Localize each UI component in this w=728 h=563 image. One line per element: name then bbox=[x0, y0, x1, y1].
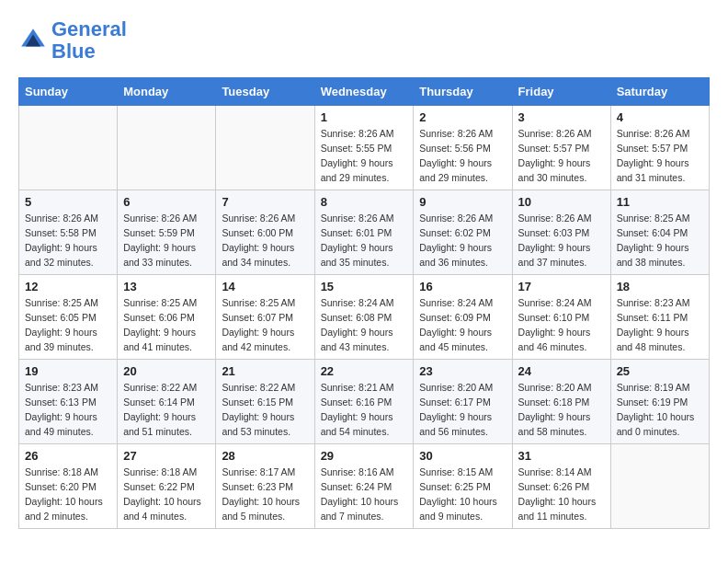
day-info: Sunrise: 8:25 AM Sunset: 6:07 PM Dayligh… bbox=[222, 296, 308, 354]
calendar-day-empty bbox=[610, 444, 709, 529]
day-number: 14 bbox=[222, 280, 308, 293]
day-info: Sunrise: 8:23 AM Sunset: 6:11 PM Dayligh… bbox=[617, 296, 703, 354]
calendar-day-22: 22Sunrise: 8:21 AM Sunset: 6:16 PM Dayli… bbox=[314, 360, 414, 444]
page-header: General Blue bbox=[18, 18, 710, 63]
logo-blue: Blue bbox=[51, 40, 96, 63]
day-info: Sunrise: 8:25 AM Sunset: 6:06 PM Dayligh… bbox=[123, 296, 210, 354]
weekday-header-saturday: Saturday bbox=[610, 78, 709, 106]
calendar-day-empty bbox=[118, 106, 216, 190]
calendar-day-15: 15Sunrise: 8:24 AM Sunset: 6:08 PM Dayli… bbox=[314, 275, 414, 360]
calendar-day-26: 26Sunrise: 8:18 AM Sunset: 6:20 PM Dayli… bbox=[19, 444, 118, 529]
calendar-day-5: 5Sunrise: 8:26 AM Sunset: 5:58 PM Daylig… bbox=[19, 190, 118, 275]
day-number: 17 bbox=[518, 280, 605, 293]
day-number: 21 bbox=[222, 364, 308, 378]
day-info: Sunrise: 8:16 AM Sunset: 6:24 PM Dayligh… bbox=[321, 465, 408, 523]
logo-text: General Blue bbox=[51, 18, 127, 63]
day-info: Sunrise: 8:26 AM Sunset: 6:01 PM Dayligh… bbox=[321, 212, 408, 270]
day-info: Sunrise: 8:20 AM Sunset: 6:18 PM Dayligh… bbox=[518, 381, 605, 439]
calendar-day-13: 13Sunrise: 8:25 AM Sunset: 6:06 PM Dayli… bbox=[118, 275, 216, 360]
day-info: Sunrise: 8:24 AM Sunset: 6:09 PM Dayligh… bbox=[419, 296, 506, 354]
day-info: Sunrise: 8:20 AM Sunset: 6:17 PM Dayligh… bbox=[419, 381, 506, 439]
calendar-day-2: 2Sunrise: 8:26 AM Sunset: 5:56 PM Daylig… bbox=[414, 106, 512, 190]
calendar-day-empty bbox=[216, 106, 314, 190]
calendar-day-9: 9Sunrise: 8:26 AM Sunset: 6:02 PM Daylig… bbox=[414, 190, 512, 275]
weekday-header-tuesday: Tuesday bbox=[216, 78, 314, 106]
calendar-day-10: 10Sunrise: 8:26 AM Sunset: 6:03 PM Dayli… bbox=[512, 190, 610, 275]
day-number: 30 bbox=[419, 449, 506, 463]
day-number: 22 bbox=[321, 364, 408, 378]
weekday-header-friday: Friday bbox=[512, 78, 610, 106]
day-number: 20 bbox=[123, 364, 210, 378]
day-info: Sunrise: 8:18 AM Sunset: 6:20 PM Dayligh… bbox=[25, 465, 111, 523]
day-number: 25 bbox=[617, 364, 703, 378]
day-info: Sunrise: 8:26 AM Sunset: 5:55 PM Dayligh… bbox=[321, 127, 408, 185]
day-number: 28 bbox=[222, 449, 308, 463]
calendar-day-30: 30Sunrise: 8:15 AM Sunset: 6:25 PM Dayli… bbox=[414, 444, 512, 529]
day-info: Sunrise: 8:26 AM Sunset: 5:57 PM Dayligh… bbox=[518, 127, 605, 185]
day-info: Sunrise: 8:22 AM Sunset: 6:14 PM Dayligh… bbox=[123, 381, 210, 439]
calendar-day-3: 3Sunrise: 8:26 AM Sunset: 5:57 PM Daylig… bbox=[512, 106, 610, 190]
day-number: 10 bbox=[518, 195, 605, 209]
logo-icon bbox=[18, 26, 48, 55]
calendar-day-19: 19Sunrise: 8:23 AM Sunset: 6:13 PM Dayli… bbox=[19, 360, 118, 444]
day-info: Sunrise: 8:26 AM Sunset: 5:58 PM Dayligh… bbox=[25, 212, 111, 270]
calendar-header-row: SundayMondayTuesdayWednesdayThursdayFrid… bbox=[19, 78, 710, 106]
day-number: 16 bbox=[419, 280, 506, 293]
day-number: 15 bbox=[321, 280, 408, 293]
calendar-day-14: 14Sunrise: 8:25 AM Sunset: 6:07 PM Dayli… bbox=[216, 275, 314, 360]
logo: General Blue bbox=[18, 18, 127, 63]
day-number: 7 bbox=[222, 195, 308, 209]
day-number: 31 bbox=[518, 449, 605, 463]
day-number: 8 bbox=[321, 195, 408, 209]
day-number: 11 bbox=[617, 195, 703, 209]
calendar-day-17: 17Sunrise: 8:24 AM Sunset: 6:10 PM Dayli… bbox=[512, 275, 610, 360]
calendar-week-row: 1Sunrise: 8:26 AM Sunset: 5:55 PM Daylig… bbox=[19, 106, 710, 190]
calendar-day-6: 6Sunrise: 8:26 AM Sunset: 5:59 PM Daylig… bbox=[118, 190, 216, 275]
calendar-day-25: 25Sunrise: 8:19 AM Sunset: 6:19 PM Dayli… bbox=[610, 360, 709, 444]
calendar-day-23: 23Sunrise: 8:20 AM Sunset: 6:17 PM Dayli… bbox=[414, 360, 512, 444]
day-info: Sunrise: 8:23 AM Sunset: 6:13 PM Dayligh… bbox=[25, 381, 111, 439]
logo-general: General bbox=[51, 17, 127, 40]
day-number: 5 bbox=[25, 195, 111, 209]
day-number: 13 bbox=[123, 280, 210, 293]
calendar-week-row: 19Sunrise: 8:23 AM Sunset: 6:13 PM Dayli… bbox=[19, 360, 710, 444]
calendar-day-31: 31Sunrise: 8:14 AM Sunset: 6:26 PM Dayli… bbox=[512, 444, 610, 529]
day-info: Sunrise: 8:17 AM Sunset: 6:23 PM Dayligh… bbox=[222, 465, 308, 523]
day-info: Sunrise: 8:26 AM Sunset: 5:57 PM Dayligh… bbox=[617, 127, 703, 185]
calendar-day-27: 27Sunrise: 8:18 AM Sunset: 6:22 PM Dayli… bbox=[118, 444, 216, 529]
day-number: 2 bbox=[419, 110, 506, 124]
calendar-week-row: 26Sunrise: 8:18 AM Sunset: 6:20 PM Dayli… bbox=[19, 444, 710, 529]
day-info: Sunrise: 8:24 AM Sunset: 6:08 PM Dayligh… bbox=[321, 296, 408, 354]
calendar-day-11: 11Sunrise: 8:25 AM Sunset: 6:04 PM Dayli… bbox=[610, 190, 709, 275]
day-info: Sunrise: 8:26 AM Sunset: 5:56 PM Dayligh… bbox=[419, 127, 506, 185]
calendar-day-29: 29Sunrise: 8:16 AM Sunset: 6:24 PM Dayli… bbox=[314, 444, 414, 529]
day-number: 12 bbox=[25, 280, 111, 293]
day-info: Sunrise: 8:26 AM Sunset: 6:00 PM Dayligh… bbox=[222, 212, 308, 270]
day-number: 9 bbox=[419, 195, 506, 209]
calendar-day-21: 21Sunrise: 8:22 AM Sunset: 6:15 PM Dayli… bbox=[216, 360, 314, 444]
calendar-day-28: 28Sunrise: 8:17 AM Sunset: 6:23 PM Dayli… bbox=[216, 444, 314, 529]
weekday-header-thursday: Thursday bbox=[414, 78, 512, 106]
day-number: 29 bbox=[321, 449, 408, 463]
day-info: Sunrise: 8:24 AM Sunset: 6:10 PM Dayligh… bbox=[518, 296, 605, 354]
calendar-day-16: 16Sunrise: 8:24 AM Sunset: 6:09 PM Dayli… bbox=[414, 275, 512, 360]
day-info: Sunrise: 8:26 AM Sunset: 6:02 PM Dayligh… bbox=[419, 212, 506, 270]
day-number: 18 bbox=[617, 280, 703, 293]
day-number: 6 bbox=[123, 195, 210, 209]
calendar-table: SundayMondayTuesdayWednesdayThursdayFrid… bbox=[18, 77, 710, 529]
weekday-header-monday: Monday bbox=[118, 78, 216, 106]
calendar-day-7: 7Sunrise: 8:26 AM Sunset: 6:00 PM Daylig… bbox=[216, 190, 314, 275]
calendar-week-row: 5Sunrise: 8:26 AM Sunset: 5:58 PM Daylig… bbox=[19, 190, 710, 275]
weekday-header-sunday: Sunday bbox=[19, 78, 118, 106]
day-number: 4 bbox=[617, 110, 703, 124]
day-info: Sunrise: 8:14 AM Sunset: 6:26 PM Dayligh… bbox=[518, 465, 605, 523]
day-number: 26 bbox=[25, 449, 111, 463]
day-info: Sunrise: 8:26 AM Sunset: 6:03 PM Dayligh… bbox=[518, 212, 605, 270]
calendar-day-1: 1Sunrise: 8:26 AM Sunset: 5:55 PM Daylig… bbox=[314, 106, 414, 190]
calendar-day-4: 4Sunrise: 8:26 AM Sunset: 5:57 PM Daylig… bbox=[610, 106, 709, 190]
day-info: Sunrise: 8:18 AM Sunset: 6:22 PM Dayligh… bbox=[123, 465, 210, 523]
calendar-day-20: 20Sunrise: 8:22 AM Sunset: 6:14 PM Dayli… bbox=[118, 360, 216, 444]
day-number: 3 bbox=[518, 110, 605, 124]
weekday-header-wednesday: Wednesday bbox=[314, 78, 414, 106]
day-number: 23 bbox=[419, 364, 506, 378]
